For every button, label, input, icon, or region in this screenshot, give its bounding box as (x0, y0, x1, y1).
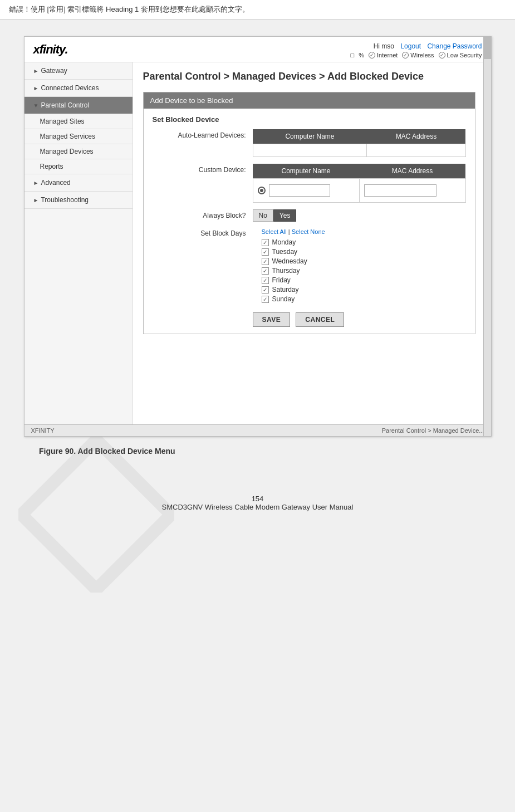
day-wednesday: ✓ Wednesday (262, 257, 466, 265)
always-block-field: No Yes (253, 209, 466, 222)
error-text: 錯誤！使用 [常用] 索引標籤將 Heading 1 套用到您想要在此處顯示的文… (9, 5, 249, 13)
main-layout: ► Gateway ► Connected Devices ▼ Parental… (24, 62, 491, 424)
sidebar-item-parental-control[interactable]: ▼ Parental Control (24, 97, 133, 114)
sidebar-sub-managed-devices[interactable]: Managed Devices (24, 144, 133, 159)
chevron-right-icon: ► (33, 197, 39, 203)
action-buttons: SAVE CANCEL (153, 312, 466, 327)
auto-learned-table: Computer Name MAC Address (253, 129, 466, 157)
custom-device-field: Computer Name MAC Address (253, 164, 466, 203)
mac-address-input[interactable] (364, 184, 436, 197)
custom-device-radio[interactable] (258, 187, 266, 194)
day-friday: ✓ Friday (262, 276, 466, 284)
day-saturday: ✓ Saturday (262, 286, 466, 294)
auto-learned-label: Auto-Learned Devices: (153, 129, 253, 139)
sidebar-item-connected-devices[interactable]: ► Connected Devices (24, 80, 133, 97)
table-row (253, 144, 465, 157)
browser-bottom-left: XFINITY (31, 427, 55, 434)
scrollbar[interactable] (483, 37, 491, 436)
toggle-yes-button[interactable]: Yes (273, 209, 297, 222)
sidebar-item-troubleshooting[interactable]: ► Troubleshooting (24, 192, 133, 209)
sidebar: ► Gateway ► Connected Devices ▼ Parental… (24, 62, 133, 424)
add-device-section: Add Device to be Blocked Set Blocked Dev… (143, 92, 475, 334)
table-row (253, 179, 465, 203)
day-sunday: ✓ Sunday (262, 295, 466, 303)
custom-col1-header: Computer Name (253, 164, 359, 179)
svg-marker-0 (21, 440, 171, 590)
block-days-label: Set Block Days (153, 228, 253, 237)
always-block-toggle: No Yes (253, 209, 466, 222)
custom-device-label: Custom Device: (153, 164, 253, 174)
sidebar-sub-reports[interactable]: Reports (24, 159, 133, 174)
browser-bottom-bar: XFINITY Parental Control > Managed Devic… (24, 424, 491, 436)
tuesday-checkbox[interactable]: ✓ (262, 248, 269, 256)
user-greeting: Hi mso (374, 42, 394, 50)
auto-learned-field: Computer Name MAC Address (253, 129, 466, 157)
wednesday-checkbox[interactable]: ✓ (262, 258, 269, 265)
select-all-link[interactable]: Select All (262, 228, 287, 235)
day-thursday: ✓ Thursday (262, 267, 466, 275)
header-right: Hi mso Logout Change Password □ % ✓ Inte… (351, 42, 482, 58)
logout-link[interactable]: Logout (400, 42, 421, 50)
block-days-section: Set Block Days Select All | Select None … (153, 228, 466, 305)
always-block-row: Always Block? No Yes (153, 209, 466, 222)
header-top-row: Hi mso Logout Change Password (351, 42, 482, 50)
section-header: Add Device to be Blocked (144, 92, 475, 109)
auto-col1-header: Computer Name (253, 129, 367, 144)
save-button[interactable]: SAVE (253, 312, 291, 327)
chevron-right-icon: ► (33, 68, 39, 74)
internet-check-icon: ✓ (369, 52, 375, 58)
wireless-check-icon: ✓ (402, 52, 409, 58)
sidebar-sub-managed-sites[interactable]: Managed Sites (24, 114, 133, 129)
day-tuesday: ✓ Tuesday (262, 248, 466, 256)
day-monday: ✓ Monday (262, 238, 466, 246)
radio-inner (260, 189, 263, 192)
computer-name-input[interactable] (269, 184, 330, 197)
browser-bottom-right: Parental Control > Managed Device... (382, 427, 484, 434)
cancel-button[interactable]: CANCEL (296, 312, 344, 327)
signal-icon: □ (351, 52, 355, 58)
sidebar-item-gateway[interactable]: ► Gateway (24, 62, 133, 80)
security-check-icon: ✓ (439, 52, 445, 58)
custom-device-table: Computer Name MAC Address (253, 164, 466, 203)
section-body: Set Blocked Device Auto-Learned Devices:… (144, 109, 475, 334)
thursday-checkbox[interactable]: ✓ (262, 267, 269, 275)
auto-col2-header: MAC Address (367, 129, 465, 144)
friday-checkbox[interactable]: ✓ (262, 277, 269, 284)
saturday-checkbox[interactable]: ✓ (262, 286, 269, 294)
custom-col2-header: MAC Address (359, 164, 465, 179)
sunday-checkbox[interactable]: ✓ (262, 296, 269, 303)
xfinity-header: xfinity. Hi mso Logout Change Password □… (24, 37, 491, 62)
scrollbar-thumb[interactable] (484, 37, 491, 59)
chevron-right-icon: ► (33, 180, 39, 186)
percent-label: % (359, 52, 364, 58)
error-bar: 錯誤！使用 [常用] 索引標籤將 Heading 1 套用到您想要在此處顯示的文… (0, 0, 515, 19)
sidebar-item-advanced[interactable]: ► Advanced (24, 174, 133, 192)
select-links: Select All | Select None (262, 228, 466, 235)
auto-learned-row: Auto-Learned Devices: Computer Name MAC … (153, 129, 466, 157)
custom-device-input-row (258, 181, 355, 200)
internet-status: ✓ Internet (369, 52, 398, 58)
xfinity-logo: xfinity. (33, 42, 68, 57)
content-area: Parental Control > Managed Devices > Add… (133, 62, 491, 424)
page-title: Parental Control > Managed Devices > Add… (143, 70, 475, 83)
custom-device-row-section: Custom Device: Computer Name MAC Address (153, 164, 466, 203)
security-status: ✓ Low Security (439, 52, 482, 58)
sidebar-sub-managed-services[interactable]: Managed Services (24, 129, 133, 144)
wireless-status: ✓ Wireless (402, 52, 434, 58)
subsection-title: Set Blocked Device (153, 115, 466, 124)
chevron-down-icon: ▼ (33, 102, 39, 109)
browser-window: xfinity. Hi mso Logout Change Password □… (24, 36, 492, 437)
toggle-no-button[interactable]: No (253, 209, 273, 222)
status-row: □ % ✓ Internet ✓ Wireless ✓ Low Security (351, 52, 482, 58)
block-days-content: Select All | Select None ✓ Monday ✓ (262, 228, 466, 305)
monday-checkbox[interactable]: ✓ (262, 239, 269, 246)
change-password-link[interactable]: Change Password (427, 42, 482, 50)
select-none-link[interactable]: Select None (292, 228, 325, 235)
chevron-right-icon: ► (33, 85, 39, 91)
always-block-label: Always Block? (153, 209, 253, 219)
